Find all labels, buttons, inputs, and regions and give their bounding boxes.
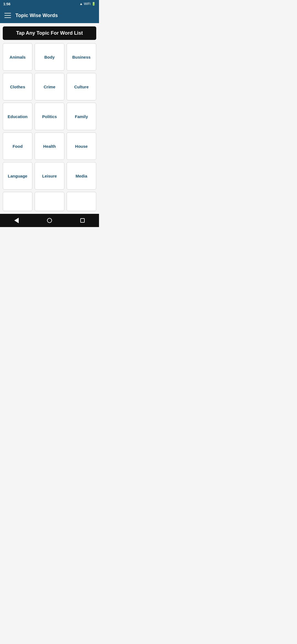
topic-item-crime[interactable]: Crime xyxy=(35,73,64,100)
topic-item-media[interactable]: Media xyxy=(67,162,96,190)
topic-item-language[interactable]: Language xyxy=(3,162,32,190)
topic-item-empty-2[interactable] xyxy=(35,192,64,211)
status-bar: 1:56 ▲ WiFi 🔋 xyxy=(0,0,99,8)
back-button[interactable] xyxy=(11,215,22,226)
home-icon xyxy=(47,218,52,223)
topics-grid: Animals Body Business Clothes Crime Cult… xyxy=(0,43,99,214)
topic-item-empty-1[interactable] xyxy=(3,192,32,211)
hamburger-icon[interactable] xyxy=(4,13,11,18)
topic-item-business[interactable]: Business xyxy=(67,43,96,71)
recents-icon xyxy=(80,218,85,223)
bottom-nav xyxy=(0,214,99,227)
topic-item-clothes[interactable]: Clothes xyxy=(3,73,32,100)
wifi-icon: WiFi xyxy=(84,2,90,6)
topic-item-body[interactable]: Body xyxy=(35,43,64,71)
app-bar-title: Topic Wise Words xyxy=(15,13,58,18)
banner: Tap Any Topic For Word List xyxy=(3,26,96,40)
signal-icon: ▲ xyxy=(79,2,83,6)
topic-item-politics[interactable]: Politics xyxy=(35,103,64,130)
topic-item-family[interactable]: Family xyxy=(67,103,96,130)
home-button[interactable] xyxy=(44,215,55,226)
back-icon xyxy=(14,218,19,223)
topic-item-food[interactable]: Food xyxy=(3,132,32,160)
topic-item-house[interactable]: House xyxy=(67,132,96,160)
topic-item-leisure[interactable]: Leisure xyxy=(35,162,64,190)
status-time: 1:56 xyxy=(3,2,10,6)
topic-item-education[interactable]: Education xyxy=(3,103,32,130)
topic-item-empty-3[interactable] xyxy=(67,192,96,211)
topic-item-animals[interactable]: Animals xyxy=(3,43,32,71)
recents-button[interactable] xyxy=(77,215,88,226)
topic-item-health[interactable]: Health xyxy=(35,132,64,160)
battery-icon: 🔋 xyxy=(92,2,96,6)
status-icons: ▲ WiFi 🔋 xyxy=(79,2,96,6)
app-bar: Topic Wise Words xyxy=(0,8,99,23)
topic-item-culture[interactable]: Culture xyxy=(67,73,96,100)
